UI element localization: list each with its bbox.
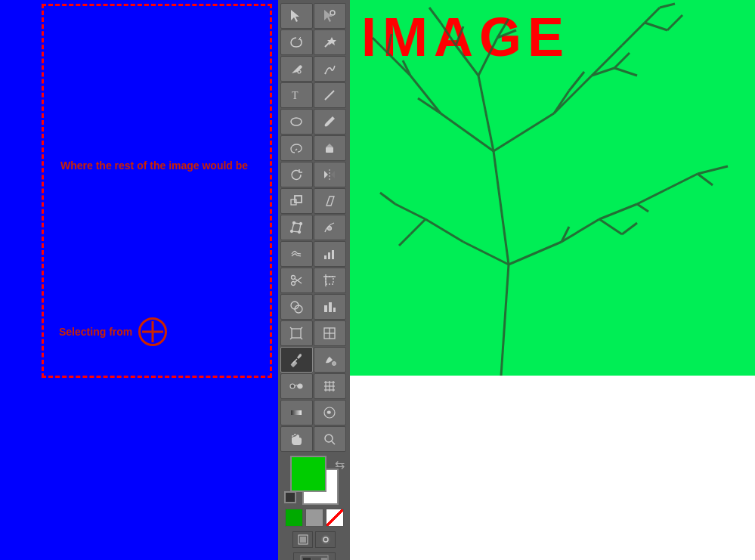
tool-row-15: [280, 373, 348, 399]
lasso-tool[interactable]: [280, 29, 313, 55]
paint-bucket-tool[interactable]: [314, 347, 346, 373]
tool-row-9: [280, 215, 348, 240]
svg-point-60: [321, 535, 330, 544]
slice-tool[interactable]: [314, 320, 346, 346]
svg-line-37: [290, 338, 292, 339]
zoom-tool[interactable]: [314, 426, 346, 452]
svg-point-2: [330, 11, 335, 15]
eyedropper-tool[interactable]: [280, 347, 313, 373]
svg-line-78: [554, 91, 569, 113]
shear-tool[interactable]: [314, 188, 346, 214]
svg-rect-34: [292, 329, 301, 338]
svg-line-77: [592, 68, 614, 76]
mode-row: [292, 531, 336, 548]
svg-rect-53: [291, 410, 302, 415]
small-color-gray[interactable]: [305, 509, 323, 527]
svg-marker-11: [324, 171, 328, 178]
svg-line-98: [395, 204, 425, 219]
selecting-from-label: Selecting from: [59, 317, 167, 346]
select-arrow-tool[interactable]: [280, 3, 313, 29]
tool-row-13: [280, 320, 348, 346]
svg-line-99: [410, 219, 425, 234]
freeform-pen-tool[interactable]: [314, 56, 346, 82]
svg-rect-28: [326, 277, 333, 284]
quick-mask-btn[interactable]: [315, 531, 336, 548]
ellipse-tool[interactable]: [280, 109, 313, 135]
tool-row-1: [280, 3, 348, 29]
svg-line-109: [622, 223, 637, 234]
warp-tool[interactable]: [280, 241, 313, 267]
hand-tool[interactable]: [280, 426, 313, 452]
tool-row-10: [280, 241, 348, 267]
svg-line-67: [494, 151, 509, 265]
svg-marker-0: [291, 10, 299, 22]
where-text-content: Where the rest of the image would be: [60, 159, 248, 172]
blend-tool[interactable]: [280, 373, 313, 399]
small-color-none[interactable]: [326, 509, 344, 527]
svg-line-97: [425, 219, 463, 242]
svg-marker-12: [331, 171, 335, 178]
svg-line-88: [614, 53, 630, 68]
tool-row-6: [280, 135, 348, 161]
tool-row-16: *: [280, 400, 348, 425]
artboard-tool[interactable]: [280, 320, 313, 346]
tool-row-5: [280, 109, 348, 135]
crop-tool[interactable]: [314, 268, 346, 293]
graph-tool[interactable]: [314, 241, 346, 267]
gradient-tool[interactable]: [280, 400, 313, 425]
svg-line-112: [399, 234, 410, 246]
svg-line-69: [441, 113, 494, 151]
tool-row-14: [280, 347, 348, 373]
small-color-green[interactable]: [285, 509, 303, 527]
magic-wand-tool[interactable]: [314, 29, 346, 55]
symbol-tool[interactable]: *: [314, 400, 346, 425]
tool-row-11: [280, 268, 348, 293]
svg-line-85: [645, 23, 667, 30]
direct-select-tool[interactable]: [314, 3, 346, 29]
mesh-tool[interactable]: [314, 373, 346, 399]
svg-line-57: [332, 441, 335, 444]
image-area: IMAGE: [350, 0, 755, 376]
svg-line-7: [325, 91, 334, 100]
svg-line-111: [380, 193, 395, 204]
shape-builder-tool[interactable]: [280, 294, 313, 320]
eraser-tool[interactable]: [314, 135, 346, 161]
reset-colors-icon[interactable]: [284, 491, 296, 503]
line-tool[interactable]: [314, 82, 346, 108]
tool-row-3: [280, 56, 348, 82]
svg-line-74: [494, 113, 554, 151]
rotate-tool[interactable]: [280, 162, 313, 187]
svg-line-92: [562, 219, 599, 242]
svg-line-93: [599, 204, 637, 219]
bar-graph-tool[interactable]: [314, 294, 346, 320]
reflect-tool[interactable]: [314, 162, 346, 187]
free-distort-tool[interactable]: [280, 215, 313, 240]
crosshair-icon: [138, 317, 167, 346]
svg-point-18: [300, 223, 302, 225]
white-area: [350, 376, 755, 560]
svg-line-76: [592, 45, 622, 76]
pen-tool[interactable]: [280, 56, 313, 82]
screen-mode-btn[interactable]: [293, 552, 336, 560]
canvas-area: Where the rest of the image would be Sel…: [0, 0, 280, 560]
type-tool[interactable]: T: [280, 82, 313, 108]
svg-line-96: [463, 242, 509, 265]
scissors-tool[interactable]: [280, 268, 313, 293]
reshape-tool[interactable]: [314, 215, 346, 240]
color-squares: ⇆: [284, 456, 345, 505]
svg-marker-10: [326, 144, 333, 147]
tool-row-2: [280, 29, 348, 55]
selecting-from-text: Selecting from: [59, 326, 132, 338]
app-container: Where the rest of the image would be Sel…: [0, 0, 755, 560]
scale-tool[interactable]: [280, 188, 313, 214]
svg-rect-31: [324, 305, 327, 312]
blob-brush-tool[interactable]: [280, 135, 313, 161]
svg-line-36: [301, 327, 302, 329]
svg-line-107: [667, 15, 682, 30]
svg-rect-32: [329, 302, 332, 312]
brush-tool[interactable]: [314, 109, 346, 135]
svg-rect-9: [326, 147, 333, 153]
foreground-color-swatch[interactable]: [290, 456, 326, 492]
normal-mode-btn[interactable]: [292, 531, 313, 548]
svg-point-5: [298, 70, 301, 73]
